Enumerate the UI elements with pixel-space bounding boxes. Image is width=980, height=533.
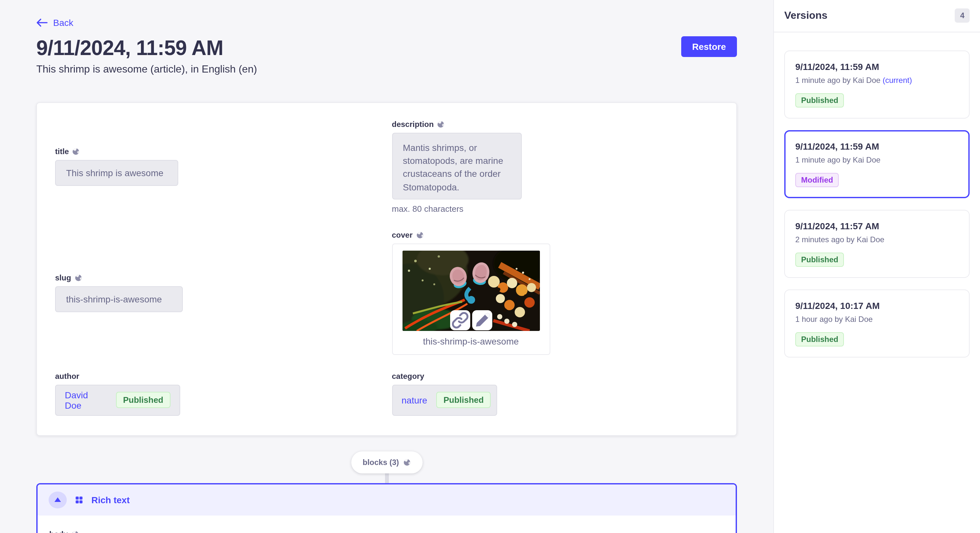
version-date: 9/11/2024, 11:57 AM — [795, 221, 959, 231]
category-label: category — [392, 372, 718, 381]
cover-filename: this-shrimp-is-awesome — [402, 336, 539, 346]
chevron-up-icon — [54, 498, 61, 502]
version-date: 9/11/2024, 11:59 AM — [795, 62, 959, 72]
field-title: title This shrimp is awesome — [55, 148, 382, 186]
version-status-badge: Published — [795, 332, 844, 346]
back-label: Back — [53, 17, 73, 28]
version-meta: 2 minutes ago by Kai Doe — [795, 235, 959, 244]
category-status-badge: Published — [436, 392, 491, 408]
version-card-4[interactable]: 9/11/2024, 10:17 AM 1 hour ago by Kai Do… — [784, 289, 970, 357]
globe-icon — [403, 458, 410, 466]
current-version-link[interactable]: (current) — [883, 76, 912, 85]
blocks-area: blocks (3) — [36, 436, 737, 483]
category-link[interactable]: nature — [401, 395, 427, 405]
pencil-icon — [472, 310, 492, 330]
field-category: category nature Published — [392, 372, 718, 416]
globe-icon — [72, 148, 80, 156]
globe-icon — [74, 274, 82, 282]
author-link[interactable]: David Doe — [65, 390, 107, 411]
version-status-badge: Published — [795, 93, 844, 108]
collapse-block-button[interactable] — [49, 492, 67, 508]
versions-title: Versions — [784, 10, 827, 21]
body-label: body — [49, 530, 724, 533]
arrow-left-icon — [36, 18, 48, 27]
cover-actions — [450, 310, 492, 330]
page-subtitle: This shrimp is awesome (article), in Eng… — [36, 63, 737, 75]
main-content: Back 9/11/2024, 11:59 AM Restore This sh… — [0, 0, 773, 533]
form-card: title This shrimp is awesome description… — [36, 102, 737, 436]
version-meta: 1 hour ago by Kai Doe — [795, 315, 959, 324]
description-label: description — [392, 120, 718, 129]
richtext-block-header[interactable]: Rich text — [38, 484, 736, 516]
title-input: This shrimp is awesome — [55, 160, 178, 186]
blocks-connector — [385, 472, 388, 483]
author-label: author — [55, 372, 382, 381]
author-relation: David Doe Published — [55, 385, 180, 416]
globe-icon — [71, 530, 79, 533]
versions-header: Versions 4 — [774, 0, 980, 32]
richtext-block-panel: Rich text body — [36, 483, 737, 533]
slug-label: slug — [55, 273, 382, 282]
field-description: description Mantis shrimps, or stomatopo… — [392, 120, 718, 214]
copy-link-button[interactable] — [450, 310, 470, 330]
globe-icon — [437, 121, 445, 128]
version-date: 9/11/2024, 10:17 AM — [795, 300, 959, 311]
version-meta: 1 minute ago by Kai Doe — [795, 155, 959, 165]
globe-icon — [416, 231, 423, 239]
block-grid-icon — [75, 495, 84, 504]
version-card-3[interactable]: 9/11/2024, 11:57 AM 2 minutes ago by Kai… — [784, 210, 970, 278]
description-hint: max. 80 characters — [392, 204, 718, 214]
cover-image — [402, 251, 539, 331]
block-title: Rich text — [91, 495, 130, 505]
version-card-2-selected[interactable]: 9/11/2024, 11:59 AM 1 minute ago by Kai … — [784, 130, 970, 198]
cover-asset-card: this-shrimp-is-awesome — [392, 244, 550, 355]
field-cover: cover — [392, 230, 718, 355]
edit-image-button[interactable] — [472, 310, 492, 330]
slug-input: this-shrimp-is-awesome — [55, 286, 183, 312]
title-label: title — [55, 148, 382, 156]
cover-label: cover — [392, 230, 718, 240]
version-date: 9/11/2024, 11:59 AM — [795, 141, 959, 152]
blocks-pill: blocks (3) — [351, 451, 422, 473]
version-card-1[interactable]: 9/11/2024, 11:59 AM 1 minute ago by Kai … — [784, 51, 970, 119]
category-relation: nature Published — [392, 385, 497, 416]
description-textarea: Mantis shrimps, or stomatopods, are mari… — [392, 133, 522, 200]
version-status-badge: Published — [795, 252, 844, 267]
version-list: 9/11/2024, 11:59 AM 1 minute ago by Kai … — [774, 32, 980, 368]
restore-button[interactable]: Restore — [681, 36, 737, 57]
blocks-pill-label: blocks (3) — [363, 458, 399, 467]
richtext-block-body: body — [38, 516, 736, 533]
field-slug: slug this-shrimp-is-awesome — [55, 273, 382, 312]
form-row-3: author David Doe Published category natu… — [55, 372, 718, 416]
form-row-2: slug this-shrimp-is-awesome cover — [55, 230, 718, 355]
versions-sidebar: Versions 4 9/11/2024, 11:59 AM 1 minute … — [773, 0, 980, 533]
form-row-1: title This shrimp is awesome description… — [55, 120, 718, 214]
back-link[interactable]: Back — [36, 17, 73, 28]
link-icon — [450, 310, 470, 330]
version-status-badge: Modified — [795, 173, 839, 187]
version-history-page: Back 9/11/2024, 11:59 AM Restore This sh… — [0, 0, 980, 533]
version-meta: 1 minute ago by Kai Doe (current) — [795, 76, 959, 85]
title-row: 9/11/2024, 11:59 AM Restore — [36, 36, 737, 60]
field-author: author David Doe Published — [55, 372, 382, 416]
versions-count-badge: 4 — [955, 8, 970, 23]
author-status-badge: Published — [116, 392, 170, 408]
page-title: 9/11/2024, 11:59 AM — [36, 36, 223, 60]
